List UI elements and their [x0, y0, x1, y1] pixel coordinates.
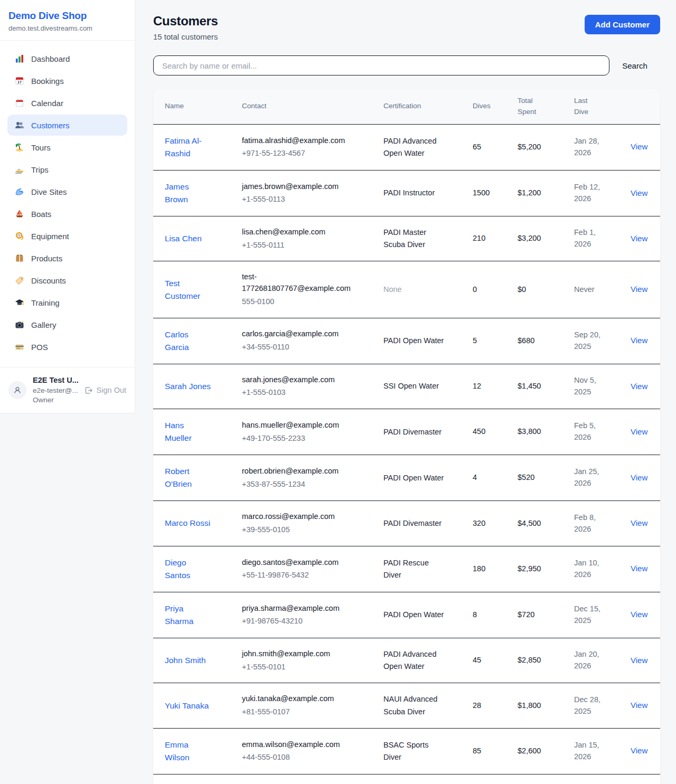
customer-name-link[interactable]: Diego Santos: [165, 556, 211, 582]
certification: PADI Instructor: [383, 187, 445, 199]
table-row: Carlos Garcia carlos.garcia@example.com …: [153, 318, 660, 364]
last-dive-date: Dec 15, 2025: [574, 603, 608, 627]
sign-out-button[interactable]: Sign Out: [84, 386, 126, 395]
table-row: Emma Wilson emma.wilson@example.com +44-…: [153, 728, 660, 774]
user-box: E2E Test U... e2e-tester@... Owner Sign …: [0, 367, 135, 413]
dives-count: 4: [473, 473, 477, 481]
view-link[interactable]: View: [631, 746, 647, 755]
sidebar-item-trips[interactable]: Trips: [7, 159, 127, 180]
customer-email: priya.sharma@example.com: [242, 603, 352, 615]
view-link[interactable]: View: [631, 473, 647, 482]
certification: SSI Open Water: [383, 380, 445, 392]
col-total-spent-header: Total Spent: [518, 89, 574, 124]
customer-name-link[interactable]: Lisa Chen: [165, 232, 202, 245]
view-link[interactable]: View: [631, 188, 647, 197]
table-row: Robert O'Brien robert.obrien@example.com…: [153, 455, 660, 501]
icon-spiral-calendar: [15, 98, 24, 108]
user-name: E2E Test U...: [33, 375, 78, 386]
customer-name-link[interactable]: Yuki Tanaka: [165, 700, 209, 712]
customer-name-link[interactable]: Fatima Al-Rashid: [165, 135, 211, 160]
customer-name-link[interactable]: Marco Rossi: [165, 517, 210, 530]
certification: PADI Open Water: [383, 609, 445, 621]
table-row: Test Customer test-1772681807767@example…: [153, 261, 660, 318]
table-row: Sarah Jones sarah.jones@example.com +1-5…: [153, 364, 660, 409]
icon-tag: [15, 276, 24, 285]
customer-email: lisa.chen@example.com: [242, 226, 352, 238]
customer-name-link[interactable]: Emma Wilson: [165, 739, 211, 764]
customer-name-link[interactable]: Test Customer: [165, 277, 211, 303]
view-link[interactable]: View: [631, 382, 647, 391]
sidebar-item-training[interactable]: Training: [7, 292, 127, 313]
col-actions-header: [631, 89, 660, 124]
customer-phone: +971-55-123-4567: [242, 148, 380, 159]
avatar: [8, 381, 26, 399]
search-button[interactable]: Search: [609, 61, 660, 70]
icon-people: [15, 120, 24, 130]
total-spent: $4,500: [518, 519, 541, 527]
col-name-header: Name: [153, 89, 242, 124]
table-row: John Smith john.smith@example.com +1-555…: [153, 638, 660, 683]
sidebar-item-pos[interactable]: POS: [7, 336, 127, 357]
search-input[interactable]: [153, 55, 609, 75]
main-content: Customers 15 total customers Add Custome…: [135, 0, 676, 784]
total-spent: $3,800: [518, 427, 541, 436]
customer-phone: +55-11-99876-5432: [242, 570, 380, 581]
customers-table-card: Name Contact Certification Dives Total S…: [153, 89, 660, 784]
total-spent: $0: [518, 285, 526, 294]
customer-name-link[interactable]: Sarah Jones: [165, 380, 211, 393]
view-link[interactable]: View: [631, 234, 647, 243]
certification: BSAC Sports Diver: [383, 739, 445, 763]
customer-name-link[interactable]: Robert O'Brien: [165, 465, 211, 490]
add-customer-button[interactable]: Add Customer: [585, 15, 660, 34]
view-link[interactable]: View: [631, 285, 647, 294]
sidebar-item-bookings[interactable]: Bookings: [7, 70, 127, 91]
view-link[interactable]: View: [631, 518, 647, 527]
view-link[interactable]: View: [631, 142, 647, 151]
view-link[interactable]: View: [631, 701, 647, 710]
shop-domain: demo.test.divestreams.com: [8, 24, 126, 32]
view-link[interactable]: View: [631, 336, 647, 345]
customer-phone: +353-87-555-1234: [242, 479, 380, 490]
col-dives-header: Dives: [473, 89, 518, 124]
sidebar-item-tours[interactable]: Tours: [7, 137, 127, 158]
view-link[interactable]: View: [631, 564, 647, 573]
view-link[interactable]: View: [631, 427, 647, 436]
customer-name-link[interactable]: Carlos Garcia: [165, 328, 211, 354]
customer-name-link[interactable]: Hans Mueller: [165, 419, 211, 445]
view-link[interactable]: View: [631, 610, 647, 619]
last-dive-date: Dec 28, 2025: [574, 694, 608, 717]
search-row: Search: [153, 55, 660, 75]
sidebar-item-calendar[interactable]: Calendar: [7, 92, 127, 114]
sidebar-item-dive-sites[interactable]: Dive Sites: [7, 181, 127, 202]
sidebar-item-gallery[interactable]: Gallery: [7, 314, 127, 335]
sidebar-item-customers[interactable]: Customers: [7, 115, 127, 136]
table-row: Diego Santos diego.santos@example.com +5…: [153, 546, 660, 592]
dives-count: 65: [473, 143, 481, 151]
dives-count: 12: [473, 382, 481, 390]
customer-email: diego.santos@example.com: [242, 557, 352, 569]
dives-count: 210: [473, 234, 485, 242]
customer-email: james.brown@example.com: [242, 181, 352, 193]
dives-count: 0: [473, 285, 477, 294]
sidebar-item-dashboard[interactable]: Dashboard: [7, 48, 127, 69]
sidebar-item-discounts[interactable]: Discounts: [7, 270, 127, 291]
last-dive-date: Feb 1, 2026: [574, 227, 608, 250]
certification: PADI Advanced Open Water: [383, 135, 445, 159]
customer-phone: +1-555-0113: [242, 194, 380, 205]
icon-wave: [15, 187, 24, 196]
customers-table: Name Contact Certification Dives Total S…: [153, 89, 660, 784]
customer-count: 15 total customers: [153, 32, 218, 41]
customer-name-link[interactable]: James Brown: [165, 181, 211, 206]
sidebar-item-products[interactable]: Products: [7, 248, 127, 269]
icon-credit-card: [15, 342, 24, 352]
table-row: Priya Sharma priya.sharma@example.com +9…: [153, 592, 660, 638]
view-link[interactable]: View: [631, 656, 647, 665]
sidebar-item-boats[interactable]: Boats: [7, 203, 127, 224]
customer-name-link[interactable]: Priya Sharma: [165, 602, 211, 628]
icon-camera: [15, 320, 24, 329]
customer-name-link[interactable]: John Smith: [165, 654, 206, 667]
total-spent: $520: [518, 473, 534, 481]
last-dive-date: Nov 5, 2025: [574, 375, 608, 398]
sidebar-item-equipment[interactable]: Equipment: [7, 225, 127, 247]
last-dive-date: Jan 15, 2026: [574, 740, 608, 763]
